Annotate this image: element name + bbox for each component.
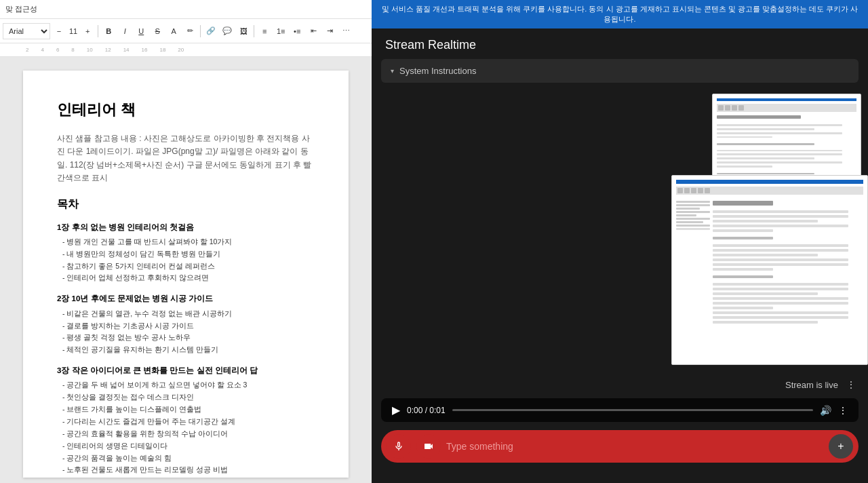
chapter-3-item-7: - 노후된 건물도 새롭게 만드는 리모델링 성공 비법 [57,464,315,476]
docs-toolbar-main: Arial − 11 + B I U S A ✏ 🔗 💬 🖼 ≡ 1≡ •≡ ⇤… [0,19,372,43]
italic-button[interactable]: I [117,24,132,39]
chapter-2-title: 2장 10년 후에도 문제없는 병원 시공 가이드 [57,292,315,305]
camera-button[interactable] [416,434,441,459]
mini-doc-blue-bar [717,98,856,101]
chapter-1-item-0: - 병원 개인 건물 고를 때 반드시 살펴봐야 할 10가지 [57,236,315,248]
strikethrough-button[interactable]: S [150,24,165,39]
list-bullet-button[interactable]: •≡ [290,24,304,39]
docs-page-area[interactable]: 인테리어 책 사진 샘플 참고용 내용 : 사진은 고해상도로 아카이빙한 후 … [0,57,372,483]
type-input[interactable] [446,441,823,452]
mini-doc-2 [672,176,867,364]
link-button[interactable]: 🔗 [203,24,218,39]
docs-ruler: 2 4 6 8 10 12 14 16 18 20 [0,43,372,57]
chevron-down-icon: ▾ [391,67,394,75]
mini-doc-toolbar [717,104,856,112]
screenshot-thumbnail-2 [671,175,868,365]
cookie-banner-text: 및 서비스 품질 개선과 트래픽 분석을 위해 쿠키를 사용합니다. 동의 시 … [380,4,860,24]
chapter-1-title: 1장 후의 없는 병원 인테리어의 첫걸음 [57,221,315,233]
input-area: + [381,430,859,463]
system-instructions-header[interactable]: ▾ System Instructions [381,59,859,83]
right-panel: 및 서비스 품질 개선과 트래픽 분석을 위해 쿠키를 사용합니다. 동의 시 … [372,0,868,483]
font-family-select[interactable]: Arial [3,23,50,39]
left-panel: 맞 접근성 Arial − 11 + B I U S A ✏ 🔗 💬 🖼 ≡ 1… [0,0,372,483]
chapter-3-item-0: - 공간을 두 배 넓어 보이게 하고 싶으면 넣어야 할 요소 3 [57,379,315,391]
mini-doc-blue-bar-2 [676,180,863,184]
font-size-increase[interactable]: + [80,24,95,39]
chapter-1-item-2: - 참고하기 좋은 5가지 인테리어 컨설 레퍼런스 [57,260,315,273]
stream-live-text: Stream is live [785,380,838,390]
chapter-1-item-1: - 내 병원만의 정체성이 담긴 독특한 병원 만들기 [57,248,315,260]
doc-subtitle: 사진 샘플 참고용 내용 : 사진은 고해상도로 아카이빙한 후 전지책용 사진… [57,132,315,185]
list-numbered-button[interactable]: 1≡ [273,24,288,39]
cookie-banner: 및 서비스 품질 개선과 트래픽 분석을 위해 쿠키를 사용합니다. 동의 시 … [372,0,868,28]
underline-button[interactable]: U [134,24,149,39]
comment-button[interactable]: 💬 [220,24,235,39]
chapter-3-item-5: - 인테리어의 생명은 디테일이다 [57,440,315,452]
send-button[interactable]: + [829,434,853,459]
volume-icon[interactable]: 🔊 [820,405,831,416]
stream-title: Stream Realtime [385,38,476,52]
doc-title: 인테리어 책 [57,98,315,121]
chapter-3-title: 3장 작은 아이디어로 큰 변화를 만드는 실전 인테리어 답 [57,364,315,376]
docs-page: 인테리어 책 사진 샘플 참고용 내용 : 사진은 고해상도로 아카이빙한 후 … [23,71,349,478]
bold-button[interactable]: B [101,24,116,39]
separator-3 [254,25,254,37]
chapter-2-item-3: - 체적인 공기질을 유지하는 환기 시스템 만들기 [57,344,315,356]
more-toolbar-button[interactable]: ⋯ [338,24,353,39]
separator-2 [200,25,201,37]
screenshots-area [372,87,868,374]
chapter-3-item-2: - 브랜드 가치를 높이는 디스플레이 연출법 [57,404,315,416]
indent-increase-button[interactable]: ⇥ [322,24,337,39]
mini-doc-toolbar-2 [676,187,863,195]
video-progress-bar[interactable] [452,409,813,411]
image-button[interactable]: 🖼 [236,24,251,39]
chapter-2-item-1: - 결로를 방지하는 기초공사 시공 가이드 [57,320,315,332]
chapter-2-item-0: - 비같은 건물의 열관, 누수 걱정 없는 배관 시공하기 [57,308,315,320]
align-button[interactable]: ≡ [257,24,272,39]
highlight-button[interactable]: ✏ [182,24,197,39]
system-instructions-panel[interactable]: ▾ System Instructions [381,59,859,83]
camera-icon [423,441,434,452]
mic-icon [393,441,404,452]
doc-toc-title: 목차 [57,195,315,213]
chapter-2-item-2: - 평생 골칫 걱정 없는 방수 공사 노하우 [57,332,315,344]
font-size-decrease[interactable]: − [52,24,66,39]
chapter-3-item-4: - 공간의 효율적 활용을 위한 창의적 수납 아이디어 [57,428,315,440]
chapter-3-item-1: - 첫인상을 결정짓는 접수 데스크 디자인 [57,391,315,404]
docs-toolbar-top: 맞 접근성 [0,0,372,19]
system-instructions-label: System Instructions [399,66,476,76]
bottom-bar [372,472,868,483]
indent-decrease-button[interactable]: ⇤ [306,24,321,39]
stream-header: Stream Realtime [372,28,868,59]
video-time-display: 0:00 / 0:01 [407,406,446,415]
color-button[interactable]: A [166,24,181,39]
separator-1 [98,25,98,37]
ruler-marks: 2 4 6 8 10 12 14 16 18 20 [26,47,184,53]
video-more-button[interactable]: ⋮ [838,405,848,416]
stream-status-bar: Stream is live ⋮ [372,374,868,398]
toolbar-top-label: 맞 접근성 [5,4,37,14]
video-controls: ▶ 0:00 / 0:01 🔊 ⋮ [381,398,859,422]
stream-more-button[interactable]: ⋮ [844,376,859,393]
play-button[interactable]: ▶ [392,404,400,417]
font-size-display: 11 [68,27,79,35]
chapter-1-item-3: - 인테리어 업체 선정하고 후회하지 않으려면 [57,272,315,284]
mic-button[interactable] [387,434,411,459]
chapter-3-item-6: - 공간의 품격을 높이는 예술의 힘 [57,452,315,465]
chapter-3-item-3: - 기다리는 시간도 즐겁게 만들어 주는 대기공간 설계 [57,416,315,428]
